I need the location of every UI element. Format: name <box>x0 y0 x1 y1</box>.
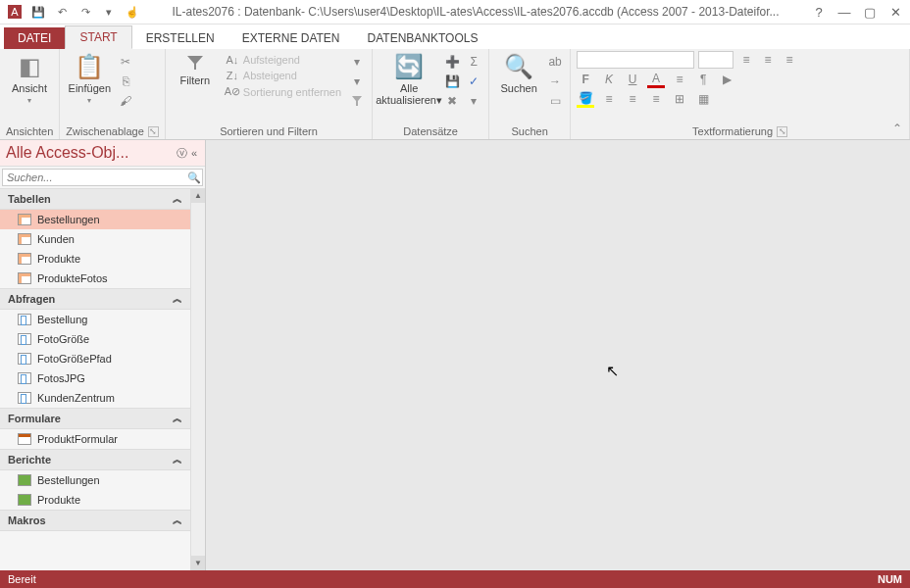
table-produkte[interactable]: Produkte <box>0 249 190 269</box>
nav-scrollbar[interactable]: ▲ ▼ <box>190 188 205 570</box>
nav-pane-header[interactable]: Alle Access-Obj... ⓥ « <box>0 140 205 167</box>
nav-dropdown-icon[interactable]: ⓥ <box>175 146 189 161</box>
chevron-down-icon: ▾ <box>87 96 91 105</box>
delete-record-icon[interactable]: ✖ <box>443 92 461 110</box>
selection-filter-icon[interactable]: ▾ <box>348 53 366 71</box>
scroll-down-icon[interactable]: ▼ <box>191 556 205 570</box>
nav-group-berichte[interactable]: Berichte︽ <box>0 449 190 470</box>
close-icon[interactable]: ✕ <box>885 1 906 23</box>
collapse-group-icon[interactable]: ︽ <box>173 514 182 527</box>
query-kundenzentrum[interactable]: KundenZentrum <box>0 388 190 408</box>
align-left-icon[interactable]: ≡ <box>600 90 618 108</box>
underline-button[interactable]: U <box>624 71 641 88</box>
save-record-icon[interactable]: 💾 <box>443 73 461 90</box>
navigation-pane: Alle Access-Obj... ⓥ « 🔍 Tabellen︽ Beste… <box>0 140 206 570</box>
query-icon <box>18 392 31 404</box>
totals-icon[interactable]: Σ <box>465 53 482 71</box>
table-icon <box>18 253 31 265</box>
report-produkte[interactable]: Produkte <box>0 490 190 510</box>
aufsteigend-button[interactable]: A↓Aufsteigend <box>223 53 344 67</box>
query-fotogrosse[interactable]: FotoGröße <box>0 329 190 349</box>
bullets-icon[interactable]: ≡ <box>737 51 755 69</box>
query-fotosjpg[interactable]: FotosJPG <box>0 368 190 388</box>
touch-mode-icon[interactable]: ☝ <box>122 1 143 23</box>
absteigend-button[interactable]: Z↓Absteigend <box>223 69 344 82</box>
sortierung-entfernen-button[interactable]: A⊘Sortierung entfernen <box>223 84 344 99</box>
query-bestellung[interactable]: Bestellung <box>0 310 190 329</box>
ltr-icon[interactable]: ▶ <box>718 71 735 88</box>
scroll-up-icon[interactable]: ▲ <box>191 188 205 203</box>
table-produktefotos[interactable]: ProdukteFotos <box>0 269 190 288</box>
spelling-icon[interactable]: ✓ <box>465 73 482 90</box>
text-direction-icon[interactable]: ¶ <box>694 71 712 88</box>
save-icon[interactable]: 💾 <box>27 1 49 23</box>
nav-group-makros[interactable]: Makros︽ <box>0 510 190 531</box>
alle-aktualisieren-button[interactable]: 🔄 Alleaktualisieren▾ <box>379 51 439 108</box>
group-textformatierung: ≡ ≡ ≡ F K U A ≡ ¶ ▶ 🪣 ≡ ≡ ≡ ⊞ ▦ Tex <box>571 49 910 139</box>
collapse-ribbon-icon[interactable]: ⌃ <box>892 122 902 135</box>
qat-options-icon[interactable]: ▾ <box>98 1 120 23</box>
redo-icon[interactable]: ↷ <box>75 1 96 23</box>
dialog-launcher-icon[interactable]: ⤡ <box>777 126 787 137</box>
font-name-combo[interactable] <box>577 51 694 69</box>
einfugen-button[interactable]: 📋 Einfügen ▾ <box>66 51 113 107</box>
app-icon[interactable]: A <box>4 1 25 23</box>
advanced-filter-icon[interactable]: ▾ <box>348 73 366 90</box>
table-icon <box>18 214 31 225</box>
fill-color-icon[interactable]: 🪣 <box>577 90 594 108</box>
ansicht-button[interactable]: ◧ Ansicht ▾ <box>6 51 53 107</box>
collapse-group-icon[interactable]: ︽ <box>173 412 182 425</box>
font-color-icon[interactable]: A <box>647 71 665 88</box>
minimize-icon[interactable]: — <box>834 1 855 23</box>
alt-row-color-icon[interactable]: ▦ <box>694 90 712 108</box>
nav-collapse-icon[interactable]: « <box>189 147 199 159</box>
nav-group-formulare[interactable]: Formulare︽ <box>0 408 190 429</box>
undo-icon[interactable]: ↶ <box>51 1 73 23</box>
query-fotogrossepfad[interactable]: FotoGrößePfad <box>0 349 190 368</box>
search-icon[interactable]: 🔍 <box>186 172 202 184</box>
tab-start[interactable]: START <box>65 25 131 49</box>
nav-group-abfragen[interactable]: Abfragen︽ <box>0 288 190 310</box>
indent-increase-icon[interactable]: ≡ <box>671 71 688 88</box>
collapse-group-icon[interactable]: ︽ <box>173 453 182 466</box>
search-input[interactable] <box>3 170 186 185</box>
report-bestellungen[interactable]: Bestellungen <box>0 470 190 490</box>
collapse-group-icon[interactable]: ︽ <box>173 192 182 206</box>
statusbar: Bereit NUM <box>0 570 910 588</box>
tab-datenbanktools[interactable]: DATENBANKTOOLS <box>354 27 492 49</box>
gridlines-icon[interactable]: ⊞ <box>671 90 688 108</box>
help-icon[interactable]: ? <box>808 1 830 23</box>
bold-button[interactable]: F <box>577 71 594 88</box>
copy-icon[interactable]: ⎘ <box>117 73 134 90</box>
select-icon[interactable]: ▭ <box>546 92 564 110</box>
suchen-button[interactable]: 🔍 Suchen <box>495 51 542 96</box>
goto-icon[interactable]: → <box>546 73 564 90</box>
italic-button[interactable]: K <box>600 71 618 88</box>
numbering-icon[interactable]: ≡ <box>759 51 777 69</box>
tab-datei[interactable]: DATEI <box>4 27 65 49</box>
nav-group-tabellen[interactable]: Tabellen︽ <box>0 188 190 210</box>
align-center-icon[interactable]: ≡ <box>624 90 641 108</box>
tab-externe-daten[interactable]: EXTERNE DATEN <box>228 27 354 49</box>
align-right-icon[interactable]: ≡ <box>647 90 665 108</box>
more-icon[interactable]: ▾ <box>465 92 482 110</box>
table-kunden[interactable]: Kunden <box>0 229 190 249</box>
cut-icon[interactable]: ✂ <box>117 53 134 71</box>
new-record-icon[interactable]: ➕ <box>443 53 461 71</box>
sort-desc-icon: Z↓ <box>226 70 239 81</box>
indent-decrease-icon[interactable]: ≡ <box>781 51 798 69</box>
filtern-button[interactable]: Filtern <box>172 51 219 88</box>
query-icon <box>18 353 31 365</box>
nav-pane-title: Alle Access-Obj... <box>6 144 175 162</box>
toggle-filter-icon[interactable] <box>348 92 366 110</box>
format-painter-icon[interactable]: 🖌 <box>117 92 134 110</box>
collapse-group-icon[interactable]: ︽ <box>173 292 182 306</box>
dialog-launcher-icon[interactable]: ⤡ <box>148 126 159 137</box>
table-bestellungen[interactable]: Bestellungen <box>0 210 190 229</box>
font-size-combo[interactable] <box>698 51 733 69</box>
form-produktformular[interactable]: ProduktFormular <box>0 429 190 449</box>
tab-erstellen[interactable]: ERSTELLEN <box>132 27 228 49</box>
filter-icon <box>185 53 205 73</box>
maximize-icon[interactable]: ▢ <box>859 1 881 23</box>
replace-icon[interactable]: ab <box>546 53 564 71</box>
